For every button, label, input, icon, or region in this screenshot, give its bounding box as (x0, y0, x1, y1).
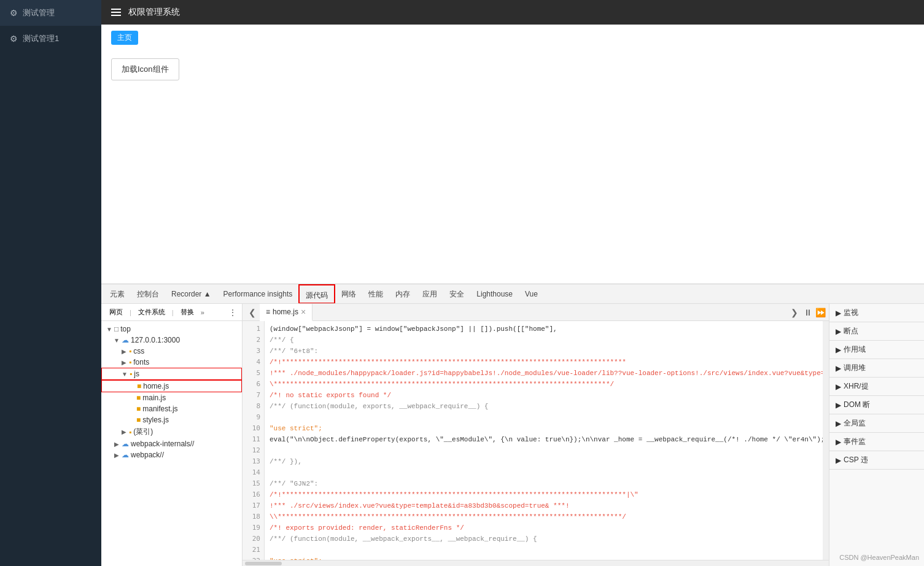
right-section-call-stack: ▶调用堆 (829, 359, 924, 378)
section-label: CSP 违 (844, 455, 868, 465)
code-line: /**/ "GJN2": (270, 478, 818, 489)
tab-recorder[interactable]: Recorder ▲ (165, 284, 217, 304)
sidebar-item-test-mgmt[interactable]: ⚙ 测试管理 (0, 0, 101, 26)
arrow-icon: ▶ (836, 382, 841, 391)
line-number: 3 (243, 346, 264, 357)
right-section-header-event-listeners[interactable]: ▶事件监 (829, 433, 924, 451)
load-icon-button[interactable]: 加载Icon组件 (111, 58, 179, 80)
tab-application[interactable]: 应用 (416, 284, 443, 304)
devtools-tabs: 元素 控制台 Recorder ▲ Performance insights 源… (101, 284, 924, 304)
arrow-icon: ▶ (836, 438, 841, 446)
section-label: 监视 (844, 308, 858, 318)
add-filesystem-button[interactable]: ⋮ (227, 307, 238, 318)
tree-item-fonts[interactable]: ▶ ▪ fonts (101, 357, 242, 368)
right-section-header-scope[interactable]: ▶作用域 (829, 341, 924, 359)
toolbar-webpage[interactable]: 网页 (105, 306, 127, 319)
right-section-header-breakpoints[interactable]: ▶断点 (829, 322, 924, 340)
right-section-header-xhr-fetch[interactable]: ▶XHR/提 (829, 378, 924, 395)
right-section-xhr-fetch: ▶XHR/提 (829, 378, 924, 396)
line-number: 10 (243, 423, 264, 434)
right-section-header-global-listeners[interactable]: ▶全局监 (829, 414, 924, 432)
tree-label: manifest.js (142, 405, 177, 413)
breadcrumb-bar: 主页 (101, 25, 924, 51)
right-section-header-dom[interactable]: ▶DOM 断 (829, 396, 924, 414)
right-section-breakpoints: ▶断点 (829, 322, 924, 341)
tab-performance[interactable]: 性能 (362, 284, 389, 304)
tree-item-webpack[interactable]: ▶ ☁ webpack// (101, 449, 242, 460)
tree-item-manifest-js[interactable]: ■ manifest.js (101, 403, 242, 414)
tree-label: webpack-internals// (131, 440, 194, 448)
arrow-icon: ▼ (106, 326, 112, 333)
tree-label: home.js (143, 382, 169, 390)
right-section-header-call-stack[interactable]: ▶调用堆 (829, 359, 924, 377)
sidebar-item-test-mgmt1[interactable]: ⚙ 测试管理1 (0, 26, 101, 52)
tree-label: js (134, 370, 139, 378)
toolbar-filesystem[interactable]: 文件系统 (134, 306, 169, 319)
tree-item-home-js[interactable]: ■ home.js (101, 380, 242, 392)
tab-console[interactable]: 控制台 (131, 284, 165, 304)
toolbar-replace[interactable]: 替换 (176, 306, 198, 319)
toolbar-more[interactable]: » (201, 309, 204, 316)
tab-vue[interactable]: Vue (519, 284, 544, 304)
gear-icon: ⚙ (10, 8, 18, 18)
line-number: 21 (243, 545, 264, 556)
tree-label: (菜引) (133, 427, 153, 437)
tab-security[interactable]: 安全 (443, 284, 470, 304)
arrow-icon: ▶ (114, 452, 120, 459)
code-line: /*! no static exports found */ (270, 390, 818, 401)
devtools: 元素 控制台 Recorder ▲ Performance insights 源… (101, 284, 924, 566)
right-section-header-watch[interactable]: ▶监视 (829, 304, 924, 322)
code-editor[interactable]: 1234567891011121314151617181920212223242… (243, 321, 829, 560)
tab-lighthouse[interactable]: Lighthouse (470, 284, 519, 304)
code-line: "use strict"; (270, 556, 818, 560)
tree-item-webpack-internals[interactable]: ▶ ☁ webpack-internals// (101, 438, 242, 449)
tab-memory[interactable]: 内存 (389, 284, 416, 304)
code-line (270, 545, 818, 556)
tab-sources[interactable]: 源代码 (298, 284, 335, 304)
arrow-icon (129, 383, 135, 390)
sidebar-item-label: 测试管理 (23, 7, 55, 18)
line-number: 15 (243, 478, 264, 489)
code-line: /**/ }), (270, 456, 818, 467)
tree-item-css[interactable]: ▶ ▪ css (101, 346, 242, 357)
tree-item-cai51[interactable]: ▶ ▪ (菜引) (101, 425, 242, 438)
code-line: \***************************************… (270, 379, 818, 390)
code-tab-home-js[interactable]: ≡ home.js × (260, 304, 313, 321)
devtools-inner: 网页 | 文件系统 | 替换 » ⋮ ▼ □ (101, 304, 924, 566)
tab-elements[interactable]: 元素 (104, 284, 131, 304)
line-number: 7 (243, 390, 264, 401)
section-label: 全局监 (844, 418, 866, 428)
step-button[interactable]: ⏩ (814, 306, 826, 319)
code-hscrollbar[interactable] (243, 560, 829, 566)
arrow-icon: ▶ (836, 327, 841, 336)
line-number: 18 (243, 511, 264, 522)
code-nav-back[interactable]: ❮ (245, 304, 260, 321)
arrow-icon (128, 406, 134, 413)
tab-network[interactable]: 网络 (335, 284, 362, 304)
code-scrollbar[interactable] (823, 321, 829, 560)
code-line: /*!*************************************… (270, 357, 818, 368)
right-section-header-csp[interactable]: ▶CSP 违 (829, 451, 924, 469)
breadcrumb-tag[interactable]: 主页 (111, 31, 138, 45)
close-tab-button[interactable]: × (301, 308, 306, 316)
line-number: 5 (243, 368, 264, 379)
tab-performance-insights[interactable]: Performance insights (217, 284, 299, 304)
folder-icon: ▪ (129, 358, 131, 366)
pause-button[interactable]: ⏸ (802, 306, 814, 319)
cloud-icon: ☁ (122, 440, 129, 448)
code-panel: ❮ ≡ home.js × ❯ ⏸ ⏩ 123456 (243, 304, 829, 566)
file-tree-panel: 网页 | 文件系统 | 替换 » ⋮ ▼ □ (101, 304, 243, 566)
cloud-icon: ☁ (122, 336, 129, 344)
tree-label: main.js (142, 393, 166, 402)
line-numbers: 1234567891011121314151617181920212223242… (243, 321, 265, 560)
tree-item-main-js[interactable]: ■ main.js (101, 392, 242, 403)
code-line: "use strict"; (270, 423, 818, 434)
tree-item-js[interactable]: ▼ ▪ js (101, 368, 242, 380)
tree-item-top[interactable]: ▼ □ top (101, 324, 242, 335)
tree-item-styles-js[interactable]: ■ styles.js (101, 414, 242, 425)
tree-label: fonts (133, 358, 149, 366)
code-tabs: ❮ ≡ home.js × ❯ ⏸ ⏩ (243, 304, 829, 321)
tree-item-localhost[interactable]: ▼ ☁ 127.0.0.1:3000 (101, 335, 242, 346)
hamburger-icon[interactable] (111, 9, 121, 16)
code-nav-expand[interactable]: ❯ (787, 304, 802, 321)
